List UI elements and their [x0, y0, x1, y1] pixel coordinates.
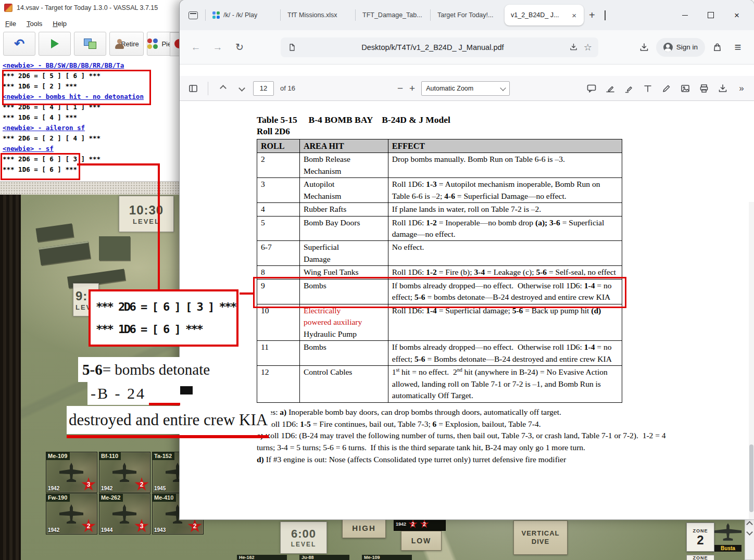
double-chevron-icon: »	[739, 83, 744, 94]
maximize-button[interactable]	[698, 5, 724, 26]
hit-burst: 2	[187, 519, 202, 533]
undo-icon: ↶	[14, 37, 24, 50]
splitter-handle[interactable]	[0, 181, 180, 196]
chevron-up-icon	[220, 85, 227, 92]
pdf-table-subtitle: Roll 2D6	[257, 126, 754, 137]
person-icon	[114, 39, 117, 49]
partial-fighter-counter[interactable]: Me-109	[362, 555, 412, 560]
fighter-name: Ta-152	[153, 452, 174, 460]
fighter-counter[interactable]: Fw-190 1942 2	[46, 493, 97, 534]
tab-search-button[interactable]	[600, 10, 610, 20]
tab-4[interactable]: Target For Today!...	[431, 6, 505, 24]
table-row-roll-3: 3Autopilot MechanismRoll 1D6: 1-3 = Auto…	[257, 178, 622, 203]
bookmark-star-icon[interactable]: ☆	[584, 42, 592, 53]
pdf-notes: Notes: a) Inoperable bomb bay doors, can…	[257, 406, 667, 466]
highlight-tool-button[interactable]	[622, 81, 636, 96]
fighter-counter[interactable]: Bf-110 1942 2	[99, 452, 150, 493]
time-level-counter[interactable]: 10:30 LEVEL	[119, 196, 174, 232]
previous-page-button[interactable]	[216, 81, 230, 96]
maximize-icon	[708, 12, 714, 18]
tab-2[interactable]: TfT Missions.xlsx	[281, 6, 355, 24]
menu-file[interactable]: File	[0, 18, 21, 29]
pdf-table: ROLLAREA HITEFFECT 2Bomb Release Mechani…	[257, 139, 622, 403]
tab-manager-button[interactable]	[185, 7, 202, 23]
fighter-counter[interactable]: Me-262 1944 3	[99, 493, 150, 534]
pdf-scrollbar[interactable]	[749, 202, 754, 519]
bomber-counter[interactable]: Busta	[712, 521, 744, 552]
counter-year: 1942	[396, 521, 406, 527]
zoom-in-button[interactable]: +	[409, 83, 415, 94]
partial-fighter-counter[interactable]: Ju-88	[299, 555, 349, 560]
time-value: 6:00	[291, 527, 316, 541]
vassal-app-icon	[4, 4, 12, 12]
partial-fighter-counter[interactable]: He-162	[237, 555, 287, 560]
chat-line: <newbie> - BB/SW/BB/BB/RR/BB/Ta	[3, 60, 182, 71]
tab-1[interactable]: /k/ - /k/ Play	[206, 6, 280, 24]
fighter-year: 1942	[101, 486, 112, 491]
page-number-input[interactable]: 12	[253, 81, 274, 96]
new-tab-button[interactable]: +	[584, 9, 600, 21]
zoom-text-line-3: destroyed and entire crew KIA	[67, 406, 271, 434]
pdf-note: d) If #3 engine is out: Nose (affects Co…	[257, 454, 667, 466]
map-scrollbar[interactable]	[745, 518, 754, 560]
signature-tool-button[interactable]	[603, 81, 618, 96]
save-page-icon[interactable]	[568, 42, 580, 53]
tab-5[interactable]: v1_2_B24D_ J...×	[505, 5, 584, 26]
low-altitude-counter[interactable]: LOW	[401, 531, 442, 551]
table-row-roll-10: 10Electrically powered auxiliary Hydraul…	[257, 304, 622, 340]
retire-button[interactable]: Retire	[109, 32, 144, 56]
play-icon	[51, 39, 59, 48]
text-tool-button[interactable]	[640, 81, 655, 96]
zoom-level-select[interactable]: Automatic Zoom	[421, 81, 510, 96]
tab-label: /k/ - /k/ Play	[223, 11, 257, 19]
draw-tool-button[interactable]	[659, 81, 674, 96]
scroll-down-icon[interactable]	[746, 529, 753, 536]
page-count-label: of 16	[280, 84, 295, 92]
tab-3[interactable]: TFT_Damage_Tab...	[356, 6, 430, 24]
sync-icon	[84, 39, 96, 49]
vertical-dive-counter[interactable]: VERTICAL DIVE	[513, 520, 568, 555]
reload-button[interactable]: ↻	[231, 39, 248, 56]
fighter-counter[interactable]: Me-109 1942 3	[46, 452, 97, 493]
close-button[interactable]: ×	[724, 5, 750, 26]
forward-button[interactable]: →	[209, 39, 227, 56]
downloads-button[interactable]	[636, 40, 652, 55]
chat-line: *** 2D6 = [ 2 ] [ 4 ] ***	[3, 133, 182, 144]
step-forward-button[interactable]	[39, 32, 71, 56]
zoom-out-button[interactable]: −	[397, 83, 403, 94]
address-bar[interactable]: Desktop/k/T4T/v1_2_B24D_ J_Manual.pdf ☆	[281, 37, 598, 57]
save-button[interactable]	[715, 81, 730, 96]
dice-zoom-line-2: *** 1D6 = [ 6 ] ***	[96, 323, 236, 336]
comment-tool-button[interactable]	[584, 81, 599, 96]
print-button[interactable]	[697, 81, 711, 96]
image-tool-button[interactable]	[678, 81, 693, 96]
minimize-button[interactable]	[672, 5, 698, 26]
more-tools-button[interactable]: »	[734, 81, 749, 96]
tab-close-icon[interactable]: ×	[571, 11, 577, 20]
fighter-year: 1942	[48, 486, 59, 491]
menu-help[interactable]: Help	[47, 18, 72, 29]
pdf-content[interactable]: Table 5-15 B-4 BOMB BAY B-24D & J Model …	[180, 101, 754, 519]
back-button[interactable]: ←	[187, 39, 205, 56]
menu-button[interactable]: ≡	[729, 39, 747, 56]
sign-in-button[interactable]: Sign in	[656, 38, 705, 57]
menu-tools[interactable]: Tools	[21, 18, 47, 29]
server-sync-button[interactable]	[74, 32, 106, 56]
zone-counter[interactable]: ZONE 2	[686, 523, 714, 552]
fighter-name: Fw-190	[46, 494, 70, 502]
time-level-counter-600[interactable]: 6:00 LEVEL	[280, 521, 327, 554]
bomber-name-label: Busta	[714, 545, 742, 552]
browser-window: /k/ - /k/ PlayTfT Missions.xlsxTFT_Damag…	[180, 0, 754, 519]
table-row-roll-12: 12Control Cables1st hit = no effect. 2nd…	[257, 366, 622, 403]
chat-line: <newbie> - sf	[3, 144, 182, 154]
extensions-button[interactable]	[709, 40, 725, 55]
next-page-button[interactable]	[234, 81, 249, 96]
zone-label: ZONE	[693, 528, 708, 533]
scroll-up-icon[interactable]	[746, 521, 753, 528]
high-altitude-counter[interactable]: HIGH	[342, 517, 386, 538]
undo-button[interactable]: ↶	[3, 32, 35, 56]
pdf-scrollbar-thumb[interactable]	[749, 444, 753, 512]
sidebar-toggle-button[interactable]	[186, 81, 200, 96]
zone-counter-partial[interactable]: ZONE	[686, 555, 714, 560]
hit-burst: 3	[81, 477, 96, 492]
